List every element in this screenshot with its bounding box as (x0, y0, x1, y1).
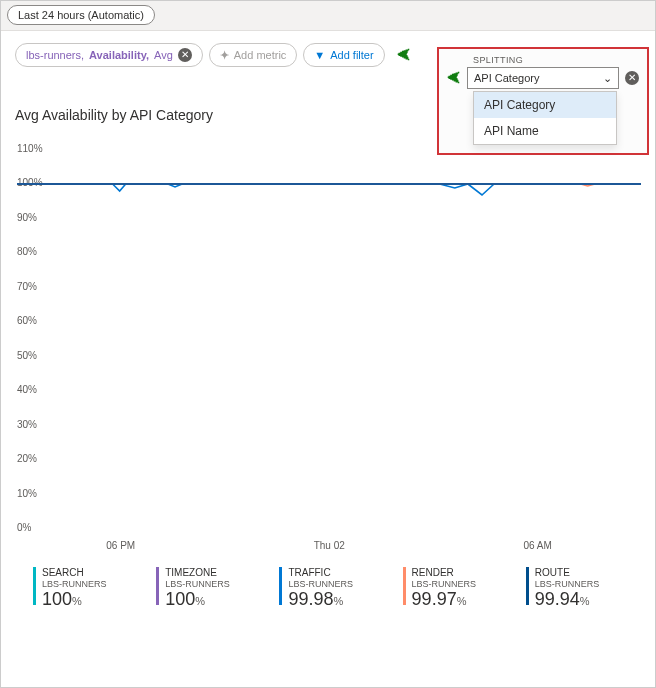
add-filter-button[interactable]: ▼ Add filter (303, 43, 384, 67)
x-tick: 06 AM (523, 540, 551, 551)
metric-name: Availability, (89, 49, 149, 61)
close-icon[interactable]: ✕ (625, 71, 639, 85)
legend-sub: LBS-RUNNERS (288, 579, 353, 589)
legend-color-bar (33, 567, 36, 605)
legend-unit: % (333, 595, 343, 607)
legend-sub: LBS-RUNNERS (42, 579, 107, 589)
legend-sub: LBS-RUNNERS (412, 579, 477, 589)
legend-item-route[interactable]: ROUTE LBS-RUNNERS 99.94% (526, 567, 633, 610)
x-tick: 06 PM (106, 540, 135, 551)
legend-color-bar (156, 567, 159, 605)
legend-title: ROUTE (535, 567, 600, 579)
legend-unit: % (72, 595, 82, 607)
time-range-label: Last 24 hours (Automatic) (18, 9, 144, 21)
chevron-down-icon: ⌄ (603, 72, 612, 85)
splitting-dropdown[interactable]: API Category ⌄ (467, 67, 619, 89)
splitting-panel: SPLITTING ⮜ API Category ⌄ ✕ API Categor… (437, 47, 649, 155)
filter-icon: ▼ (314, 49, 325, 61)
plot-area[interactable] (17, 149, 641, 533)
legend-item-render[interactable]: RENDER LBS-RUNNERS 99.97% (403, 567, 510, 610)
top-bar: Last 24 hours (Automatic) (1, 1, 655, 31)
legend-value: 99.98 (288, 589, 333, 609)
add-filter-label: Add filter (330, 49, 373, 61)
legend-value: 100 (165, 589, 195, 609)
app-frame: Last 24 hours (Automatic) lbs-runners, A… (0, 0, 656, 688)
legend-title: TIMEZONE (165, 567, 230, 579)
legend-title: SEARCH (42, 567, 107, 579)
legend-title: TRAFFIC (288, 567, 353, 579)
legend-value: 99.94 (535, 589, 580, 609)
plus-icon: ✦ (220, 49, 229, 62)
add-metric-button[interactable]: ✦ Add metric (209, 43, 298, 67)
legend-unit: % (195, 595, 205, 607)
metric-agg: Avg (154, 49, 173, 61)
legend-unit: % (580, 595, 590, 607)
legend-item-search[interactable]: SEARCH LBS-RUNNERS 100% (33, 567, 140, 610)
legend-unit: % (457, 595, 467, 607)
legend-row: SEARCH LBS-RUNNERS 100% TIMEZONE LBS-RUN… (15, 567, 641, 610)
x-tick: Thu 02 (314, 540, 345, 551)
legend-color-bar (526, 567, 529, 605)
legend-title: RENDER (412, 567, 477, 579)
legend-item-traffic[interactable]: TRAFFIC LBS-RUNNERS 99.98% (279, 567, 386, 610)
chart-area: 110% 100% 90% 80% 70% 60% 50% 40% 30% 20… (17, 143, 641, 563)
legend-sub: LBS-RUNNERS (535, 579, 600, 589)
metric-scope: lbs-runners, (26, 49, 84, 61)
add-metric-label: Add metric (234, 49, 287, 61)
legend-value: 100 (42, 589, 72, 609)
dropdown-option-api-category[interactable]: API Category (474, 92, 616, 118)
legend-sub: LBS-RUNNERS (165, 579, 230, 589)
legend-item-timezone[interactable]: TIMEZONE LBS-RUNNERS 100% (156, 567, 263, 610)
splitting-dropdown-options: API Category API Name (473, 91, 617, 145)
collapse-splitting-icon[interactable]: ⮜ (447, 70, 461, 86)
metric-pill[interactable]: lbs-runners, Availability, Avg ✕ (15, 43, 203, 67)
legend-color-bar (403, 567, 406, 605)
legend-color-bar (279, 567, 282, 605)
splitting-label: SPLITTING (473, 55, 639, 65)
dropdown-option-api-name[interactable]: API Name (474, 118, 616, 144)
time-range-picker[interactable]: Last 24 hours (Automatic) (7, 5, 155, 25)
splitting-selected-value: API Category (474, 72, 539, 84)
line-chart-svg (17, 149, 641, 533)
legend-value: 99.97 (412, 589, 457, 609)
x-axis-labels: 06 PM Thu 02 06 AM (17, 540, 641, 551)
collapse-splitting-icon[interactable]: ⮜ (397, 47, 411, 63)
close-icon[interactable]: ✕ (178, 48, 192, 62)
